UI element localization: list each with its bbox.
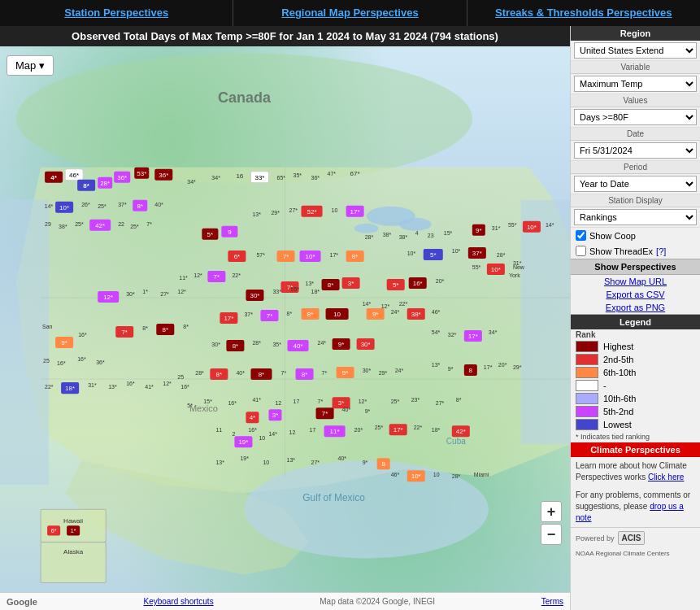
values-select[interactable]: Days >=80F Days >=90F Days >=100F Days <…: [574, 109, 697, 125]
svg-text:13*: 13*: [306, 281, 315, 286]
svg-text:27*: 27*: [436, 400, 445, 406]
show-coop-checkbox[interactable]: [576, 230, 586, 241]
main-content: Observed Total Days of Max Temp >=80F fo…: [0, 26, 700, 610]
show-perspectives-title: Show Perspectives: [571, 259, 700, 275]
legend-color-lowest: [576, 419, 598, 430]
date-label: Date: [571, 128, 700, 141]
export-png-link[interactable]: Export as PNG: [571, 301, 700, 314]
svg-text:27*: 27*: [311, 460, 320, 465]
svg-text:16*: 16*: [78, 332, 87, 338]
zoom-out-button[interactable]: −: [541, 524, 562, 545]
station-display-select[interactable]: Rankings Values Anomalies: [574, 209, 697, 225]
legend-rank-label: Rank: [576, 330, 595, 339]
svg-text:12*: 12*: [103, 294, 113, 301]
svg-text:28*: 28*: [252, 340, 261, 346]
period-select[interactable]: Year to Date Last 30 Days Last 60 Days L…: [574, 176, 697, 192]
svg-text:34*: 34*: [187, 179, 196, 185]
svg-text:16*: 16*: [126, 381, 135, 386]
svg-text:3*: 3*: [348, 280, 354, 287]
svg-text:12*: 12*: [177, 289, 186, 294]
svg-text:20*: 20*: [498, 362, 507, 368]
variable-row: Maximum Temp Minimum Temp Average Temp P…: [571, 74, 700, 94]
zoom-in-button[interactable]: +: [541, 501, 562, 522]
svg-text:12*: 12*: [193, 272, 202, 278]
svg-text:10*: 10*: [527, 224, 537, 231]
terms-link[interactable]: Terms: [541, 597, 563, 606]
variable-select[interactable]: Maximum Temp Minimum Temp Average Temp P…: [574, 76, 697, 92]
svg-text:5*: 5*: [430, 251, 437, 259]
svg-text:25*: 25*: [75, 221, 84, 227]
svg-text:12: 12: [275, 400, 281, 406]
keyboard-shortcuts[interactable]: Keyboard shortcuts: [143, 597, 213, 606]
svg-text:Canada: Canada: [218, 89, 272, 106]
svg-text:34*: 34*: [489, 329, 498, 335]
legend-row-lowest: Lowest: [571, 418, 700, 431]
google-logo: Google: [7, 597, 37, 607]
map-type-button[interactable]: Map ▾: [7, 55, 54, 76]
svg-text:13*: 13*: [432, 362, 441, 368]
legend-row-10th6th: 10th-6th: [571, 392, 700, 405]
svg-text:30*: 30*: [361, 341, 371, 348]
svg-text:54*: 54*: [432, 329, 441, 335]
svg-point-6: [354, 224, 379, 233]
period-label: Period: [571, 161, 700, 174]
tab-station[interactable]: Station Perspectives: [0, 0, 233, 26]
map-svg: Canada Mexico Gulf of Mexico Cuba 4* 46*…: [0, 26, 570, 610]
svg-text:16*: 16*: [413, 280, 423, 287]
svg-text:17*: 17*: [350, 208, 360, 216]
svg-text:40*: 40*: [342, 407, 351, 412]
svg-text:8*: 8*: [259, 371, 265, 378]
svg-text:19*: 19*: [240, 455, 249, 461]
svg-text:28*: 28*: [497, 252, 506, 258]
values-row: Days >=80F Days >=90F Days >=100F Days <…: [571, 107, 700, 128]
zoom-controls: + −: [541, 501, 562, 545]
svg-text:10*: 10*: [452, 248, 461, 254]
svg-text:28*: 28*: [365, 234, 374, 240]
legend-color-2nd5th: [576, 354, 598, 365]
svg-text:8*: 8*: [233, 342, 239, 350]
cp-link1[interactable]: Click here: [648, 473, 684, 481]
svg-text:8*: 8*: [137, 203, 143, 210]
svg-text:11*: 11*: [330, 428, 340, 435]
svg-text:8*: 8*: [163, 326, 169, 333]
svg-text:23: 23: [428, 233, 434, 238]
svg-text:28*: 28*: [100, 180, 110, 187]
svg-text:9*: 9*: [365, 408, 371, 414]
region-select[interactable]: United States Extend United States North…: [574, 42, 697, 59]
tab-streaks[interactable]: Streaks & Thresholds Perspectives: [467, 0, 700, 26]
svg-text:9*: 9*: [372, 311, 379, 318]
svg-text:13*: 13*: [215, 460, 224, 465]
svg-text:8*: 8*: [328, 281, 334, 289]
svg-text:16*: 16*: [180, 384, 189, 390]
cp-text-block1: Learn more about how Climate Perspective…: [571, 457, 700, 486]
svg-text:42*: 42*: [456, 428, 466, 435]
svg-text:8*: 8*: [216, 371, 223, 378]
svg-text:42*: 42*: [95, 222, 105, 229]
svg-text:29*: 29*: [271, 210, 280, 216]
svg-text:13*: 13*: [252, 211, 261, 217]
show-threadex-help-link[interactable]: [?]: [656, 246, 666, 256]
tab-regional[interactable]: Regional Map Perspectives: [233, 0, 467, 26]
show-threadex-row: Show ThreadEx [?]: [571, 243, 700, 259]
svg-text:9*: 9*: [338, 341, 345, 348]
svg-text:55*: 55*: [291, 286, 300, 292]
svg-text:15*: 15*: [444, 230, 453, 236]
svg-text:9*: 9*: [476, 227, 482, 234]
svg-text:17*: 17*: [224, 315, 233, 322]
svg-text:10*: 10*: [411, 473, 421, 480]
svg-text:28*: 28*: [452, 473, 461, 479]
sidebar: Region United States Extend United State…: [570, 26, 700, 610]
svg-text:32*: 32*: [448, 332, 457, 338]
date-select[interactable]: Fri 5/31/2024: [574, 142, 697, 159]
svg-text:17*: 17*: [393, 426, 403, 434]
show-map-url-link[interactable]: Show Map URL: [571, 275, 700, 288]
show-threadex-checkbox[interactable]: [576, 246, 586, 256]
export-csv-link[interactable]: Export as CSV: [571, 288, 700, 301]
svg-text:10: 10: [263, 460, 269, 465]
svg-text:Miami: Miami: [474, 472, 489, 477]
svg-text:25*: 25*: [375, 425, 384, 430]
svg-text:San: San: [42, 324, 53, 329]
svg-text:38*: 38*: [383, 232, 392, 237]
svg-text:4*: 4*: [250, 414, 256, 421]
region-section-title: Region: [571, 26, 700, 41]
